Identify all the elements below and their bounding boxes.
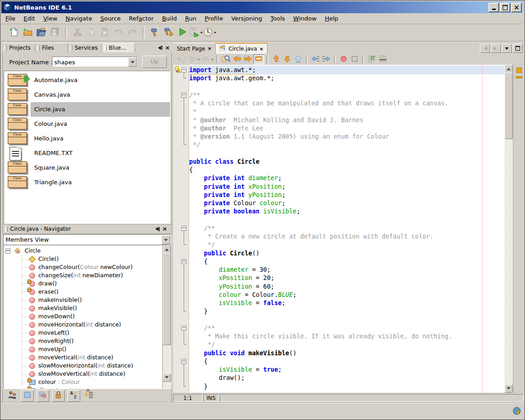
next-bm-button[interactable] <box>282 54 293 64</box>
menu-item-versioning[interactable]: Versioning <box>227 14 266 23</box>
navigator-member[interactable]: makeInvisible() <box>4 296 162 304</box>
code-line[interactable]: import java.awt.geom.*; <box>189 74 504 83</box>
explorer-tab-projects[interactable]: Projects <box>2 43 35 52</box>
navigator-member[interactable]: draw() <box>4 280 162 288</box>
navigator-member[interactable]: moveUp() <box>4 345 162 353</box>
up-button[interactable]: Up <box>142 56 167 68</box>
file-row-square-java[interactable]: ClassSquare.java <box>4 161 170 175</box>
code-line[interactable]: private boolean isVisible; <box>189 207 504 216</box>
build-button[interactable] <box>148 26 162 40</box>
code-line[interactable]: } <box>189 307 504 316</box>
find-prev-button[interactable] <box>232 54 242 64</box>
code-line[interactable]: { <box>189 357 504 366</box>
warning-line-mark[interactable] <box>516 76 522 78</box>
scrollbar-thumb[interactable] <box>163 253 171 345</box>
undo-button[interactable] <box>112 26 125 40</box>
code-line[interactable]: isVisible = false; <box>189 299 504 307</box>
warning-status-mark[interactable] <box>516 67 522 73</box>
debug-button[interactable] <box>189 26 203 40</box>
code-line[interactable]: */ <box>189 340 504 349</box>
code-line[interactable]: public class Circle <box>189 157 504 166</box>
prev-bm-button[interactable] <box>271 54 282 64</box>
explorer-tab-files[interactable]: Files <box>35 43 68 52</box>
code-editor[interactable]: import java.awt.*;import java.awt.geom.*… <box>173 65 504 393</box>
code-line[interactable]: * @version 1.1 (August 2005) using an en… <box>189 132 504 141</box>
last-edit-button[interactable] <box>176 54 187 64</box>
navigator-member[interactable]: erase() <box>4 288 162 296</box>
navigator-member[interactable]: moveHorizontal(int distance) <box>4 321 162 329</box>
toggle-bm-button[interactable] <box>293 54 304 64</box>
back-button[interactable] <box>187 54 201 64</box>
navigator-member[interactable]: makeVisible() <box>4 304 162 312</box>
navigator-member[interactable]: Circle() <box>4 255 162 263</box>
code-line[interactable]: yPosition = 60; <box>189 282 504 291</box>
code-line[interactable]: * <box>189 107 504 116</box>
code-line[interactable]: xPosition = 20; <box>189 274 504 282</box>
uncomment-button[interactable] <box>377 54 388 64</box>
maximize-editor-button[interactable] <box>513 44 523 53</box>
navigator-member[interactable]: changeColour(Colour newColour) <box>4 263 162 271</box>
close-button[interactable]: × <box>511 3 522 12</box>
maximize-button[interactable] <box>500 3 510 12</box>
open-project-button[interactable] <box>34 26 48 40</box>
code-line[interactable] <box>189 149 504 158</box>
comment-button[interactable] <box>366 54 377 64</box>
forward-button[interactable] <box>201 54 214 64</box>
code-line[interactable]: * Make this circle visible. If it was al… <box>189 332 504 341</box>
code-line[interactable]: * @author Michael Kolling and David J. B… <box>189 116 504 124</box>
code-line[interactable]: private int diameter; <box>189 174 504 182</box>
code-line[interactable]: * A circle that can be manipulated and t… <box>189 99 504 108</box>
code-line[interactable]: import java.awt.*; <box>189 66 504 74</box>
code-line[interactable]: private Colour colour; <box>189 199 504 207</box>
navigator-member[interactable]: slowMoveVertical(int distance) <box>4 370 162 378</box>
menu-item-file[interactable]: File <box>1 14 20 23</box>
scroll-up-button[interactable] <box>163 245 171 254</box>
highlight-button[interactable] <box>253 54 264 64</box>
navigator-member[interactable]: changeSize(int newDiameter) <box>4 271 162 280</box>
explorer-tab-blue[interactable]: Blue... <box>102 43 135 52</box>
copy-button[interactable] <box>84 26 98 40</box>
navigator-view-selector[interactable]: Members View <box>3 234 171 245</box>
navigator-member[interactable]: slowMoveHorizontal(int distance) <box>4 362 162 370</box>
navigator-member[interactable]: moveRight() <box>4 337 162 345</box>
file-row-circle-java[interactable]: ClassCircle.java <box>4 102 170 117</box>
close-window-icon[interactable]: × <box>165 46 170 50</box>
code-line[interactable]: /** <box>189 91 504 99</box>
menu-item-tools[interactable]: Tools <box>266 14 289 23</box>
project-name-combobox[interactable] <box>52 57 138 67</box>
file-row-hello-java[interactable]: ClassHello.java <box>4 131 170 146</box>
save-all-button[interactable] <box>48 26 62 40</box>
cut-button[interactable] <box>71 26 84 40</box>
code-line[interactable] <box>189 83 504 91</box>
scroll-down-button[interactable] <box>504 384 513 393</box>
sort-by-source-button[interactable] <box>83 390 95 401</box>
inherited-members-button[interactable] <box>6 390 18 401</box>
code-line[interactable] <box>189 216 504 224</box>
scroll-down-button[interactable] <box>163 373 171 382</box>
file-row-automate-java[interactable]: ClassAutomate.java <box>4 73 170 88</box>
new-project-button[interactable] <box>21 26 34 40</box>
shift-right-button[interactable] <box>321 54 332 64</box>
redo-button[interactable] <box>125 26 139 40</box>
record-button[interactable] <box>338 54 349 64</box>
warning-hint-icon[interactable] <box>174 66 180 73</box>
minimize-window-icon[interactable] <box>154 227 160 231</box>
sort-alphabetically-button[interactable]: AZ <box>67 390 80 402</box>
navigator-member[interactable]: moveLeft() <box>4 329 162 337</box>
scrollbar-thumb[interactable] <box>504 73 513 139</box>
menu-item-view[interactable]: View <box>39 14 62 23</box>
code-line[interactable]: /** <box>189 224 504 233</box>
new-file-button[interactable] <box>7 26 21 40</box>
tab-list-dropdown-button[interactable] <box>502 44 512 53</box>
stop-button[interactable] <box>349 54 360 64</box>
find-next-button[interactable] <box>242 54 253 64</box>
project-name-input[interactable] <box>53 57 131 67</box>
splitter-grip[interactable] <box>86 386 90 391</box>
code-line[interactable]: } <box>189 382 504 391</box>
code-line[interactable]: private int xPosition; <box>189 182 504 191</box>
navigator-scrollbar[interactable] <box>162 245 170 389</box>
minimize-button[interactable] <box>489 3 499 12</box>
editor-tab-start-page[interactable]: Start Page× <box>173 43 216 54</box>
minimize-window-icon[interactable] <box>156 46 162 50</box>
error-stripe[interactable] <box>513 65 524 393</box>
